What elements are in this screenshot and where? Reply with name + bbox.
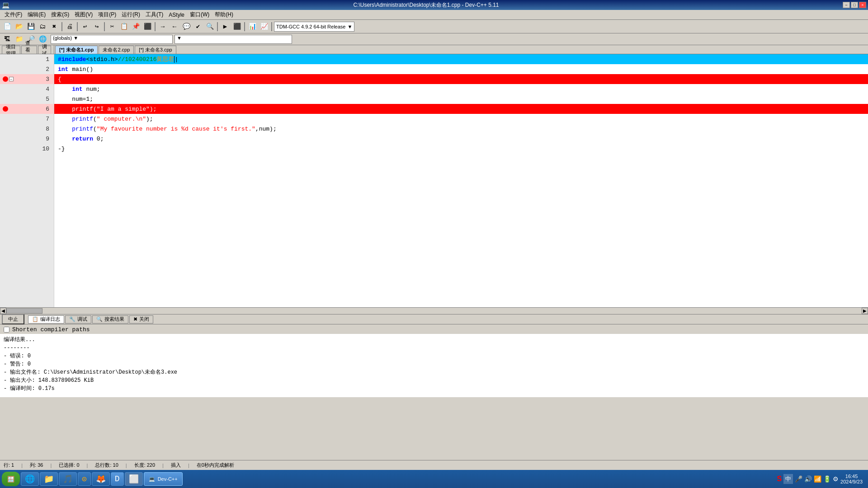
select-all-button[interactable]: ⬛ — [142, 22, 153, 32]
scroll-track-h[interactable] — [6, 308, 862, 314]
save-all-button[interactable]: 🗂 — [37, 22, 48, 32]
function-dropdown[interactable]: ▼ — [175, 35, 292, 44]
breakpoint-area-5[interactable] — [2, 95, 9, 103]
tb2-btn2[interactable]: 📁 — [14, 34, 24, 44]
file-tab-1[interactable]: [*] 未命名1.cpp — [55, 46, 98, 54]
cut-button[interactable]: ✂ — [107, 22, 118, 32]
tab-debug-panel[interactable]: 🔧 调试 — [65, 315, 91, 324]
close-file-button[interactable]: ✖ — [49, 22, 60, 32]
undo-button[interactable]: ↩ — [80, 22, 90, 32]
tab-compile-log[interactable]: 📋 编译日志 — [28, 315, 64, 324]
breakpoint-area-8[interactable] — [2, 125, 9, 132]
breakpoint-area-6[interactable] — [2, 105, 9, 113]
breakpoint-area-1[interactable] — [2, 56, 9, 63]
compile-run-button[interactable]: ▶ — [220, 22, 231, 32]
menu-edit[interactable]: 编辑(E) — [25, 10, 48, 19]
breakpoint-area-7[interactable] — [2, 115, 9, 122]
code-line-4[interactable]: int num; — [54, 84, 868, 94]
breakpoint-area-4[interactable] — [2, 85, 9, 93]
code-line-5[interactable]: num=1; — [54, 94, 868, 104]
quicklaunch-explorer[interactable]: 📁 — [40, 472, 58, 486]
compiler-output: 编译结果... -------- - 错误: 0 - 警告: 0 - 输出文件名… — [0, 334, 868, 397]
tray-ime[interactable]: 中 — [783, 474, 793, 484]
shorten-paths-checkbox[interactable] — [4, 327, 9, 333]
taskbar-app-devcpp[interactable]: 💻 Dev-C++ — [144, 472, 183, 486]
title-bar: 💻 C:\Users\Administrator\Desktop\未命名1.cp… — [0, 0, 868, 10]
start-button[interactable]: 🪟 — [2, 472, 20, 486]
breakpoint-area-10[interactable] — [2, 145, 9, 152]
tab-search-results[interactable]: 🔍 搜索结果 — [92, 315, 128, 324]
file-tab-3[interactable]: [*] 未命名3.cpp — [135, 46, 176, 54]
tb2-btn1[interactable]: 🏗 — [2, 34, 13, 44]
devcpp-icon: 💻 — [149, 476, 155, 482]
unindent-button[interactable]: ← — [169, 22, 180, 32]
close-button[interactable]: × — [859, 2, 866, 8]
menu-astyle[interactable]: AStyle — [166, 11, 187, 19]
scroll-left-button[interactable]: ◀ — [0, 308, 6, 314]
comment-button[interactable]: 💬 — [181, 22, 192, 32]
open-file-button[interactable]: 📂 — [14, 22, 24, 32]
quicklaunch-firefox[interactable]: 🦊 — [92, 472, 110, 486]
menu-tools[interactable]: 工具(T) — [143, 10, 166, 19]
indent-button[interactable]: → — [157, 22, 168, 32]
compiler-output-line-2: -------- — [4, 344, 864, 352]
menu-help[interactable]: 帮助(H) — [212, 10, 236, 19]
horizontal-scrollbar[interactable]: ◀ ▶ — [0, 307, 868, 314]
fold-btn-3[interactable]: − — [9, 77, 14, 81]
menu-file[interactable]: 文件(F) — [2, 10, 25, 19]
scroll-thumb-h[interactable] — [6, 308, 42, 314]
code-line-8[interactable]: printf("My favourite number is %d cause … — [54, 124, 868, 134]
print-button[interactable]: 🖨 — [64, 22, 75, 32]
code-line-6[interactable]: printf("I am a simple"); — [54, 104, 868, 114]
scroll-right-button[interactable]: ▶ — [862, 308, 868, 314]
quicklaunch-window[interactable]: ⬜ — [125, 472, 143, 486]
syntax-check-button[interactable]: 🔍 — [204, 22, 215, 32]
breakpoint-area-9[interactable] — [2, 135, 9, 142]
breakpoint-area-3[interactable] — [2, 75, 9, 83]
code-line-10[interactable]: -} — [54, 144, 868, 154]
code-line-3[interactable]: { — [54, 74, 868, 84]
menu-window[interactable]: 窗口(W) — [187, 10, 212, 19]
line-num-6: 6 — [14, 106, 52, 113]
breakpoint-area-2[interactable] — [2, 66, 9, 73]
code-line-1[interactable]: #include<stdio.h>//102400216 黄思君| — [54, 54, 868, 64]
tab-close-panel[interactable]: ✖ 关闭 — [129, 315, 153, 324]
extra-button[interactable]: 📈 — [259, 22, 269, 32]
status-total: 总行数: 10 — [95, 462, 118, 469]
system-clock[interactable]: 16:45 2024/9/23 — [840, 474, 863, 484]
tb2-btn4[interactable]: 🌐 — [37, 34, 48, 44]
sep5 — [217, 22, 218, 31]
code-area[interactable]: #include<stdio.h>//102400216 黄思君| int ma… — [54, 54, 868, 307]
code-line-2[interactable]: int main() — [54, 64, 868, 74]
maximize-button[interactable]: □ — [851, 2, 858, 8]
copy-button[interactable]: 📋 — [118, 22, 129, 32]
redo-button[interactable]: ↪ — [91, 22, 102, 32]
stop-button[interactable]: ⬛ — [231, 22, 242, 32]
paste-button[interactable]: 📌 — [130, 22, 141, 32]
quicklaunch-ie[interactable]: 🌐 — [21, 472, 39, 486]
quicklaunch-devcpp[interactable]: D — [111, 472, 124, 486]
minimize-button[interactable]: − — [843, 2, 850, 8]
code-line-7[interactable]: printf(" computer.\n"); — [54, 114, 868, 124]
compiler-dropdown[interactable]: TDM-GCC 4.9.2 64-bit Release ▼ — [274, 22, 354, 32]
file-tab-2[interactable]: 未命名2.cpp — [99, 46, 134, 54]
save-file-button[interactable]: 💾 — [25, 22, 36, 32]
menu-view[interactable]: 视图(V) — [72, 10, 95, 19]
tab-project-manager[interactable]: 项目管理 — [2, 46, 20, 54]
quicklaunch-chrome[interactable]: ⊙ — [78, 472, 91, 486]
stop-button[interactable]: 中止 — [2, 314, 24, 324]
uncomment-button[interactable]: ✔ — [193, 22, 203, 32]
new-file-button[interactable]: 📄 — [2, 22, 13, 32]
chart-button[interactable]: 📊 — [247, 22, 258, 32]
quicklaunch-media[interactable]: 🎵 — [59, 472, 77, 486]
sep1 — [61, 22, 62, 31]
scope-dropdown[interactable]: (globals) ▼ — [51, 35, 173, 44]
file-tabs: [*] 未命名1.cpp 未命名2.cpp [*] 未命名3.cpp — [54, 45, 868, 54]
sep6 — [244, 22, 245, 31]
menu-run[interactable]: 运行(R) — [119, 10, 143, 19]
tab-class-browser[interactable]: 查看类 — [21, 46, 37, 54]
tab-debug[interactable]: 调试 — [38, 46, 51, 54]
menu-search[interactable]: 搜索(S) — [48, 10, 72, 19]
menu-project[interactable]: 项目(P) — [95, 10, 119, 19]
code-line-9[interactable]: return 0; — [54, 134, 868, 144]
